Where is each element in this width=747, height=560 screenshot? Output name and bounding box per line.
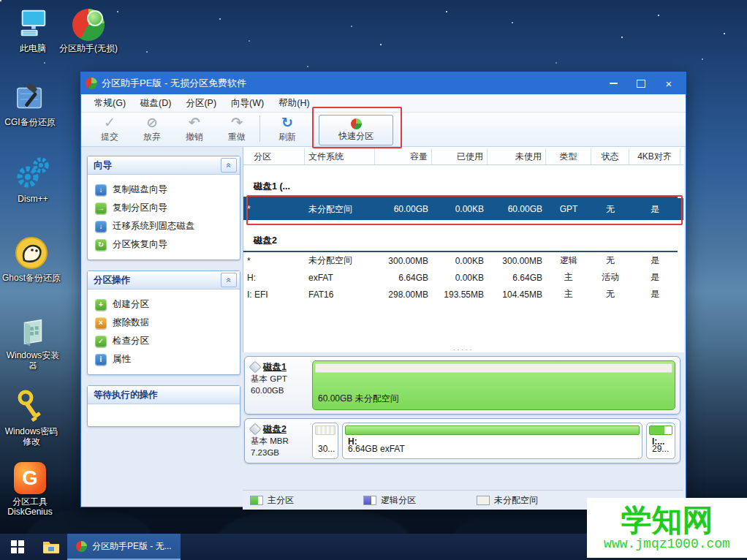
disk2-map-panel[interactable]: 磁盘2 基本 MBR 7.23GB 30... H: 6.64GB exFAT <box>244 418 680 463</box>
cell-capacity: 6.64GB <box>375 273 432 283</box>
column-4kb-align[interactable]: 4KB对齐 <box>629 148 680 164</box>
refresh-button[interactable]: ↻ 刷新 <box>266 114 308 143</box>
computer-icon <box>3 4 63 41</box>
segment-usage-strip <box>345 425 640 435</box>
menu-help[interactable]: 帮助(H) <box>271 95 316 112</box>
desktop-icon-dism[interactable]: Dism++ <box>3 155 63 204</box>
disk2-h-segment[interactable]: H: 6.64GB exFAT <box>342 423 642 459</box>
taskbar-app-partition-assistant[interactable]: 分区助手PE版 - 无... <box>67 534 181 560</box>
sidebar-item-properties[interactable]: i 属性 <box>94 350 235 368</box>
installer-box-icon <box>3 311 63 348</box>
legend-primary: 主分区 <box>250 494 356 507</box>
column-type[interactable]: 类型 <box>546 148 591 164</box>
disk1-group-header[interactable]: 磁盘1 (... <box>243 176 678 198</box>
column-used[interactable]: 已使用 <box>432 148 488 164</box>
menu-general[interactable]: 常规(G) <box>87 95 133 112</box>
wallpaper-stars <box>0 0 1 1</box>
toolbar-separator <box>259 116 260 142</box>
sidebar-item-create-partition[interactable]: + 创建分区 <box>94 295 235 314</box>
cell-capacity: 300.00MB <box>375 256 432 266</box>
minimize-button[interactable] <box>601 75 626 92</box>
disk1-map-panel[interactable]: 磁盘1 基本 GPT 60.00GB 60.00GB 未分配空间 <box>244 356 680 415</box>
unallocated-swatch <box>477 496 490 505</box>
app-icon <box>86 77 97 89</box>
redo-button[interactable]: ↷ 重做 <box>216 114 258 143</box>
watermark: 学知网 www.jmqz1000.com <box>587 498 747 558</box>
cell-partition: I: EFI <box>243 290 305 300</box>
cell-filesystem: FAT16 <box>305 290 375 300</box>
legend-label: 逻辑分区 <box>381 494 416 507</box>
desktop-icon-label: Windows安装器 <box>3 350 63 371</box>
sidebar-item-wipe-data[interactable]: × 擦除数据 <box>94 314 235 332</box>
disk-icon <box>249 423 262 436</box>
disk2-unallocated-segment[interactable]: 30... <box>312 423 338 459</box>
sidebar-item-label: 分区恢复向导 <box>113 238 167 251</box>
desktop-icon-windows-installer[interactable]: Windows安装器 <box>3 311 63 371</box>
commit-button[interactable]: ✓ 提交 <box>88 114 131 143</box>
diskgenius-icon: G <box>0 458 60 494</box>
commit-check-icon: ✓ <box>88 115 131 131</box>
file-explorer-button[interactable] <box>35 534 67 560</box>
disk2-i-efi-segment[interactable]: I:... 29... <box>646 423 675 459</box>
sidebar-item-copy-disk-wizard[interactable]: ↓ 复制磁盘向导 <box>94 181 235 199</box>
legend-logical: 逻辑分区 <box>363 494 469 507</box>
cell-status: 无 <box>591 203 629 216</box>
column-partition[interactable]: 分区 <box>243 148 305 164</box>
redo-icon: ↷ <box>216 115 258 131</box>
properties-icon: i <box>95 354 107 366</box>
close-button[interactable]: × <box>656 75 681 92</box>
start-button[interactable] <box>0 534 35 560</box>
cell-used: 0.00KB <box>432 273 488 283</box>
sidebar-item-migrate-os[interactable]: ↓ 迁移系统到固态磁盘 <box>94 217 235 235</box>
commit-label: 提交 <box>101 132 118 142</box>
partition-recovery-icon: ↻ <box>95 239 107 251</box>
table-row-disk1-unallocated[interactable]: * 未分配空间 60.00GB 0.00KB 60.00GB GPT 无 是 <box>243 198 683 220</box>
desktop-icon-cgi-backup[interactable]: CGI备份还原 <box>0 78 60 127</box>
pane-splitter-handle[interactable]: ····· <box>243 347 683 353</box>
desktop-icon-diskgenius[interactable]: G 分区工具 DiskGenius <box>0 458 60 517</box>
window-title: 分区助手PE版 - 无损分区免费软件 <box>102 77 601 90</box>
sidebar-item-label: 创建分区 <box>113 298 149 311</box>
sidebar-item-partition-recovery[interactable]: ↻ 分区恢复向导 <box>94 235 235 254</box>
cell-filesystem: exFAT <box>305 273 375 283</box>
pending-operations-title: 等待执行的操作 <box>94 389 158 401</box>
desktop-icon-this-pc[interactable]: 此电脑 <box>3 4 63 53</box>
column-capacity[interactable]: 容量 <box>375 148 432 164</box>
collapse-chevron-icon[interactable] <box>221 273 237 287</box>
table-row-disk2-i-efi[interactable]: I: EFI FAT16 298.00MB 193.55MB 104.45MB … <box>243 286 683 303</box>
discard-button[interactable]: ⊘ 放弃 <box>131 114 173 143</box>
refresh-icon: ↻ <box>266 115 308 131</box>
disk2-group-header[interactable]: 磁盘2 <box>243 230 678 252</box>
pending-operations-panel: 等待执行的操作 <box>87 385 240 427</box>
disk1-unallocated-segment[interactable]: 60.00GB 未分配空间 <box>312 360 675 410</box>
cell-type: 主 <box>546 271 591 284</box>
menu-wizard[interactable]: 向导(W) <box>224 95 271 112</box>
disk1-name: 磁盘1 <box>263 361 287 373</box>
desktop-icon-ghost-backup[interactable]: Ghost备份还原 <box>1 234 61 283</box>
window-titlebar[interactable]: 分区助手PE版 - 无损分区免费软件 × <box>81 72 686 94</box>
quick-partition-button[interactable]: 快速分区 <box>319 115 393 145</box>
cell-unused: 6.64GB <box>488 273 546 283</box>
cell-4kb-align: 是 <box>629 288 680 300</box>
collapse-chevron-icon[interactable] <box>221 158 237 173</box>
column-filesystem[interactable]: 文件系统 <box>305 148 375 164</box>
windows-logo-icon <box>11 540 24 553</box>
desktop-icon-label: 分区助手(无损) <box>58 43 118 53</box>
disk-icon <box>249 361 262 374</box>
sidebar-item-copy-partition-wizard[interactable]: → 复制分区向导 <box>94 199 235 217</box>
sidebar: 向导 ↓ 复制磁盘向导 → 复制分区向导 ↓ 迁移系统到固态磁盘 <box>87 156 240 437</box>
sidebar-item-check-partition[interactable]: ✓ 检查分区 <box>94 332 235 350</box>
table-row-disk2-unallocated[interactable]: * 未分配空间 300.00MB 0.00KB 300.00MB 逻辑 无 是 <box>243 252 683 269</box>
sidebar-item-label: 复制磁盘向导 <box>113 183 167 196</box>
partition-list-pane: 分区 文件系统 容量 已使用 未使用 类型 状态 4KB对齐 磁盘1 (... … <box>243 147 683 510</box>
cell-type: GPT <box>546 204 591 214</box>
desktop-icon-partition-assistant[interactable]: 分区助手(无损) <box>58 4 118 53</box>
column-unused[interactable]: 未使用 <box>488 148 546 164</box>
maximize-button[interactable] <box>629 75 653 92</box>
menu-disk[interactable]: 磁盘(D) <box>133 95 178 112</box>
desktop-icon-windows-password[interactable]: Windows密码修改 <box>1 387 61 447</box>
column-status[interactable]: 状态 <box>591 148 629 164</box>
menu-partition[interactable]: 分区(P) <box>178 95 224 112</box>
undo-button[interactable]: ↶ 撤销 <box>173 114 216 143</box>
table-row-disk2-h[interactable]: H: exFAT 6.64GB 0.00KB 6.64GB 主 活动 是 <box>243 269 683 286</box>
